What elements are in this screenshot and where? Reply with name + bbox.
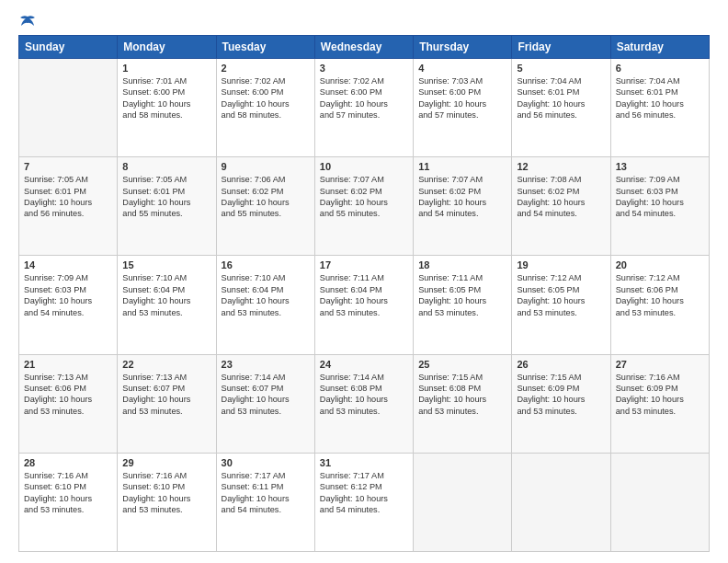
cell-content: Sunrise: 7:09 AMSunset: 6:03 PMDaylight:… (24, 272, 112, 318)
day-number: 15 (122, 259, 210, 270)
col-header-wednesday: Wednesday (314, 36, 413, 59)
cell-content: Sunrise: 7:02 AMSunset: 6:00 PMDaylight:… (320, 75, 408, 121)
cell-content: Sunrise: 7:17 AMSunset: 6:11 PMDaylight:… (222, 470, 310, 516)
calendar-cell: 2Sunrise: 7:02 AMSunset: 6:00 PMDaylight… (216, 59, 314, 157)
col-header-saturday: Saturday (610, 36, 709, 59)
cell-content: Sunrise: 7:13 AMSunset: 6:07 PMDaylight:… (122, 372, 210, 418)
day-number: 12 (517, 161, 605, 172)
day-number: 16 (222, 259, 310, 270)
day-number: 27 (616, 359, 704, 370)
calendar-cell: 4Sunrise: 7:03 AMSunset: 6:00 PMDaylight… (414, 59, 512, 157)
calendar-cell: 7Sunrise: 7:05 AMSunset: 6:01 PMDaylight… (19, 157, 118, 256)
cell-content: Sunrise: 7:05 AMSunset: 6:01 PMDaylight:… (24, 174, 112, 220)
calendar-week-5: 28Sunrise: 7:16 AMSunset: 6:10 PMDayligh… (19, 453, 710, 551)
day-number: 29 (122, 457, 210, 468)
cell-content: Sunrise: 7:10 AMSunset: 6:04 PMDaylight:… (122, 272, 210, 318)
cell-content: Sunrise: 7:03 AMSunset: 6:00 PMDaylight:… (418, 75, 506, 121)
cell-content: Sunrise: 7:07 AMSunset: 6:02 PMDaylight:… (320, 174, 408, 220)
day-number: 6 (616, 63, 704, 74)
day-number: 20 (616, 259, 704, 270)
calendar-cell: 3Sunrise: 7:02 AMSunset: 6:00 PMDaylight… (314, 59, 413, 157)
calendar-cell: 31Sunrise: 7:17 AMSunset: 6:12 PMDayligh… (314, 453, 413, 551)
day-number: 10 (320, 161, 408, 172)
calendar-week-3: 14Sunrise: 7:09 AMSunset: 6:03 PMDayligh… (19, 256, 710, 354)
day-number: 18 (418, 259, 506, 270)
calendar-cell: 23Sunrise: 7:14 AMSunset: 6:07 PMDayligh… (216, 354, 314, 453)
cell-content: Sunrise: 7:02 AMSunset: 6:00 PMDaylight:… (222, 75, 310, 121)
calendar-week-2: 7Sunrise: 7:05 AMSunset: 6:01 PMDaylight… (19, 157, 710, 256)
calendar-table: SundayMondayTuesdayWednesdayThursdayFrid… (18, 35, 710, 552)
calendar-week-4: 21Sunrise: 7:13 AMSunset: 6:06 PMDayligh… (19, 354, 710, 453)
header (18, 15, 710, 26)
day-number: 31 (320, 457, 408, 468)
calendar-header-row: SundayMondayTuesdayWednesdayThursdayFrid… (19, 36, 710, 59)
cell-content: Sunrise: 7:09 AMSunset: 6:03 PMDaylight:… (616, 174, 704, 220)
day-number: 24 (320, 359, 408, 370)
calendar-cell: 8Sunrise: 7:05 AMSunset: 6:01 PMDaylight… (118, 157, 216, 256)
col-header-thursday: Thursday (414, 36, 512, 59)
cell-content: Sunrise: 7:12 AMSunset: 6:06 PMDaylight:… (616, 272, 704, 318)
calendar-cell: 19Sunrise: 7:12 AMSunset: 6:05 PMDayligh… (512, 256, 610, 354)
day-number: 30 (222, 457, 310, 468)
day-number: 28 (24, 457, 112, 468)
calendar-cell (512, 453, 610, 551)
day-number: 13 (616, 161, 704, 172)
calendar-cell: 29Sunrise: 7:16 AMSunset: 6:10 PMDayligh… (118, 453, 216, 551)
cell-content: Sunrise: 7:17 AMSunset: 6:12 PMDaylight:… (320, 470, 408, 516)
cell-content: Sunrise: 7:16 AMSunset: 6:09 PMDaylight:… (616, 372, 704, 418)
cell-content: Sunrise: 7:07 AMSunset: 6:02 PMDaylight:… (418, 174, 506, 220)
cell-content: Sunrise: 7:05 AMSunset: 6:01 PMDaylight:… (122, 174, 210, 220)
calendar-cell: 28Sunrise: 7:16 AMSunset: 6:10 PMDayligh… (19, 453, 118, 551)
calendar-cell: 10Sunrise: 7:07 AMSunset: 6:02 PMDayligh… (314, 157, 413, 256)
cell-content: Sunrise: 7:13 AMSunset: 6:06 PMDaylight:… (24, 372, 112, 418)
day-number: 19 (517, 259, 605, 270)
calendar-cell (19, 59, 118, 157)
day-number: 21 (24, 359, 112, 370)
col-header-friday: Friday (512, 36, 610, 59)
day-number: 2 (222, 63, 310, 74)
col-header-monday: Monday (118, 36, 216, 59)
cell-content: Sunrise: 7:12 AMSunset: 6:05 PMDaylight:… (517, 272, 605, 318)
calendar-cell: 26Sunrise: 7:15 AMSunset: 6:09 PMDayligh… (512, 354, 610, 453)
col-header-sunday: Sunday (19, 36, 118, 59)
day-number: 8 (122, 161, 210, 172)
calendar-cell: 21Sunrise: 7:13 AMSunset: 6:06 PMDayligh… (19, 354, 118, 453)
cell-content: Sunrise: 7:04 AMSunset: 6:01 PMDaylight:… (517, 75, 605, 121)
cell-content: Sunrise: 7:14 AMSunset: 6:08 PMDaylight:… (320, 372, 408, 418)
day-number: 14 (24, 259, 112, 270)
cell-content: Sunrise: 7:11 AMSunset: 6:05 PMDaylight:… (418, 272, 506, 318)
page: SundayMondayTuesdayWednesdayThursdayFrid… (0, 0, 728, 563)
day-number: 5 (517, 63, 605, 74)
calendar-cell: 5Sunrise: 7:04 AMSunset: 6:01 PMDaylight… (512, 59, 610, 157)
day-number: 17 (320, 259, 408, 270)
col-header-tuesday: Tuesday (216, 36, 314, 59)
day-number: 11 (418, 161, 506, 172)
calendar-cell (414, 453, 512, 551)
calendar-cell: 30Sunrise: 7:17 AMSunset: 6:11 PMDayligh… (216, 453, 314, 551)
cell-content: Sunrise: 7:11 AMSunset: 6:04 PMDaylight:… (320, 272, 408, 318)
cell-content: Sunrise: 7:15 AMSunset: 6:08 PMDaylight:… (418, 372, 506, 418)
cell-content: Sunrise: 7:10 AMSunset: 6:04 PMDaylight:… (222, 272, 310, 318)
calendar-cell: 6Sunrise: 7:04 AMSunset: 6:01 PMDaylight… (610, 59, 709, 157)
calendar-cell (610, 453, 709, 551)
cell-content: Sunrise: 7:16 AMSunset: 6:10 PMDaylight:… (24, 470, 112, 516)
logo (18, 15, 37, 26)
calendar-cell: 1Sunrise: 7:01 AMSunset: 6:00 PMDaylight… (118, 59, 216, 157)
calendar-cell: 9Sunrise: 7:06 AMSunset: 6:02 PMDaylight… (216, 157, 314, 256)
calendar-cell: 11Sunrise: 7:07 AMSunset: 6:02 PMDayligh… (414, 157, 512, 256)
calendar-cell: 13Sunrise: 7:09 AMSunset: 6:03 PMDayligh… (610, 157, 709, 256)
day-number: 7 (24, 161, 112, 172)
day-number: 22 (122, 359, 210, 370)
day-number: 9 (222, 161, 310, 172)
cell-content: Sunrise: 7:14 AMSunset: 6:07 PMDaylight:… (222, 372, 310, 418)
calendar-cell: 12Sunrise: 7:08 AMSunset: 6:02 PMDayligh… (512, 157, 610, 256)
day-number: 25 (418, 359, 506, 370)
calendar-week-1: 1Sunrise: 7:01 AMSunset: 6:00 PMDaylight… (19, 59, 710, 157)
day-number: 23 (222, 359, 310, 370)
calendar-cell: 18Sunrise: 7:11 AMSunset: 6:05 PMDayligh… (414, 256, 512, 354)
calendar-cell: 14Sunrise: 7:09 AMSunset: 6:03 PMDayligh… (19, 256, 118, 354)
calendar-cell: 16Sunrise: 7:10 AMSunset: 6:04 PMDayligh… (216, 256, 314, 354)
calendar-cell: 25Sunrise: 7:15 AMSunset: 6:08 PMDayligh… (414, 354, 512, 453)
calendar-cell: 27Sunrise: 7:16 AMSunset: 6:09 PMDayligh… (610, 354, 709, 453)
calendar-cell: 17Sunrise: 7:11 AMSunset: 6:04 PMDayligh… (314, 256, 413, 354)
